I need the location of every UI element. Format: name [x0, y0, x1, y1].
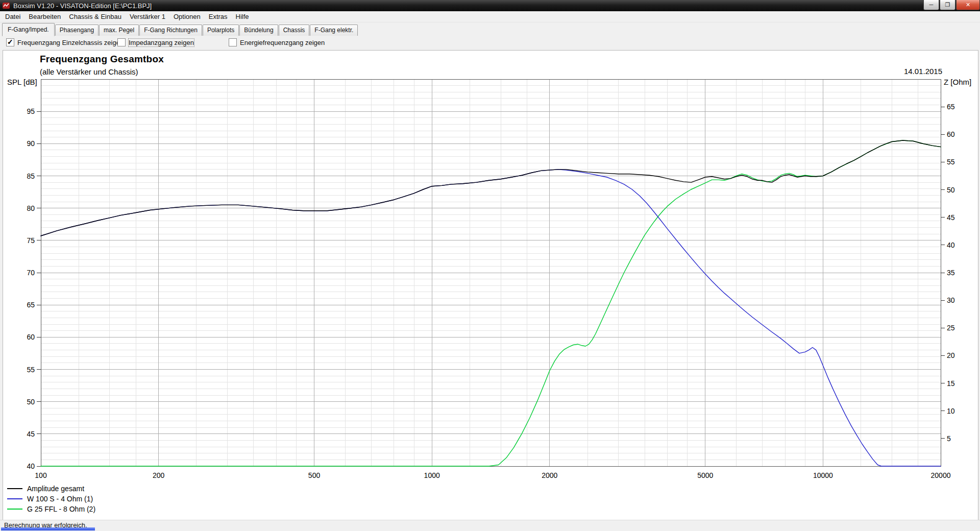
window-title: Boxsim V1.20 - VISATON-Edition [E:\PC1.B… — [13, 2, 152, 10]
checkbox-energiefrequenzgang-label: Energiefrequenzgang zeigen — [240, 39, 325, 46]
checkbox-einzelchassis[interactable]: Frequenzgang Einzelchassis zeigen — [6, 38, 124, 46]
legend-item: G 25 FFL - 8 Ohm (2) — [7, 504, 95, 514]
checkbox-impedanzgang-label: Impedanzgang zeigen — [129, 39, 194, 46]
menu-datei[interactable]: Datei — [1, 12, 24, 21]
chart-panel — [3, 50, 978, 521]
menu-verstaerker1[interactable]: Verstärker 1 — [126, 12, 169, 21]
legend-item: Amplitude gesamt — [7, 484, 95, 494]
menu-optionen[interactable]: Optionen — [169, 12, 205, 21]
progress-bar — [1, 527, 95, 530]
checkbox-energiefrequenzgang-box[interactable] — [229, 38, 237, 46]
y-axis-right-label: Z [Ohm] — [944, 78, 971, 86]
checkbox-impedanzgang[interactable]: Impedanzgang zeigen — [117, 38, 194, 46]
menu-hilfe[interactable]: Hilfe — [232, 12, 253, 21]
checkbox-einzelchassis-label: Frequenzgang Einzelchassis zeigen — [17, 39, 124, 46]
status-bar: Berechnung war erfolgreich. — [0, 520, 980, 531]
tab-fgang-richtungen[interactable]: F-Gang Richtungen — [139, 25, 202, 36]
tab-fgang-elektr[interactable]: F-Gang elektr. — [310, 25, 358, 36]
minimize-button[interactable]: ─ — [923, 0, 939, 10]
legend-item: W 100 S - 4 Ohm (1) — [7, 494, 95, 504]
legend-label: Amplitude gesamt — [27, 485, 84, 493]
tab-chassis[interactable]: Chassis — [279, 25, 310, 36]
title-bar: Boxsim V1.20 - VISATON-Edition [E:\PC1.B… — [0, 0, 980, 11]
app-window: Boxsim V1.20 - VISATON-Edition [E:\PC1.B… — [0, 0, 980, 531]
tab-fgang-imped[interactable]: F-Gang/Imped. — [2, 23, 55, 36]
tab-max-pegel[interactable]: max. Pegel — [99, 25, 139, 36]
option-row: Frequenzgang Einzelchassis zeigen Impeda… — [0, 36, 980, 50]
tab-buendelung[interactable]: Bündelung — [239, 25, 278, 36]
app-icon — [2, 2, 10, 10]
chart-subtitle: (alle Verstärker und Chassis) — [40, 67, 138, 76]
legend-line-sample — [7, 488, 22, 489]
legend-label: G 25 FFL - 8 Ohm (2) — [27, 505, 95, 513]
chart-date: 14.01.2015 — [904, 67, 942, 76]
menu-bearbeiten[interactable]: Bearbeiten — [24, 12, 65, 21]
menu-chassis-einbau[interactable]: Chassis & Einbau — [65, 12, 126, 21]
tab-bar: F-Gang/Imped. Phasengang max. Pegel F-Ga… — [0, 22, 980, 36]
menu-extras[interactable]: Extras — [205, 12, 232, 21]
checkbox-energiefrequenzgang[interactable]: Energiefrequenzgang zeigen — [229, 38, 325, 46]
legend-line-sample — [7, 498, 22, 499]
checkbox-impedanzgang-box[interactable] — [117, 38, 126, 46]
legend-line-sample — [7, 509, 22, 510]
maximize-button[interactable]: ❐ — [940, 0, 955, 10]
window-controls: ─ ❐ ✕ — [923, 0, 980, 10]
legend-label: W 100 S - 4 Ohm (1) — [27, 495, 93, 503]
chart-legend: Amplitude gesamtW 100 S - 4 Ohm (1)G 25 … — [7, 484, 95, 514]
checkbox-einzelchassis-box[interactable] — [6, 38, 14, 46]
y-axis-left-label: SPL [dB] — [7, 78, 37, 86]
menu-bar: Datei Bearbeiten Chassis & Einbau Verstä… — [0, 11, 980, 22]
tab-phasengang[interactable]: Phasengang — [55, 25, 99, 36]
close-button[interactable]: ✕ — [956, 0, 980, 10]
chart-title: Frequenzgang Gesamtbox — [40, 54, 164, 65]
tab-polarplots[interactable]: Polarplots — [203, 25, 239, 36]
